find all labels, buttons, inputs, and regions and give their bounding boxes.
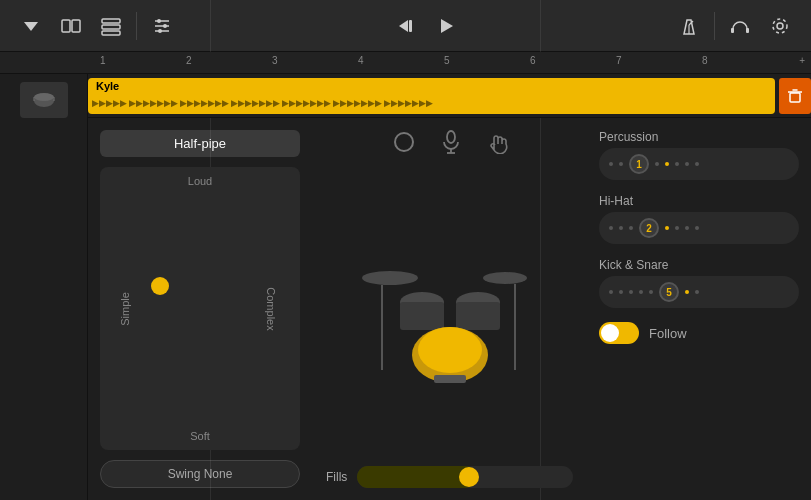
hihat-knob-row: 2 <box>599 212 799 244</box>
svg-rect-3 <box>102 19 120 23</box>
hihat-section: Hi-Hat 2 <box>599 194 799 244</box>
percussion-dot-4 <box>665 162 669 166</box>
right-controls: Percussion 1 Hi-Hat <box>599 130 799 488</box>
svg-rect-2 <box>72 20 80 32</box>
percussion-section: Percussion 1 <box>599 130 799 180</box>
follow-toggle[interactable] <box>599 322 639 344</box>
track-clip[interactable]: Kyle ▶▶▶▶▶ ▶▶▶▶▶▶▶ ▶▶▶▶▶▶▶ ▶▶▶▶▶▶▶ ▶▶▶▶▶… <box>88 78 775 114</box>
hihat-dot-3 <box>629 226 633 230</box>
svg-point-9 <box>157 19 161 23</box>
toggle-knob <box>601 324 619 342</box>
ruler-num-7: 7 <box>616 55 622 66</box>
svg-rect-4 <box>102 25 120 29</box>
hihat-dot-1 <box>609 226 613 230</box>
ruler-add[interactable]: + <box>799 55 805 66</box>
xy-complex-label: Complex <box>264 287 276 330</box>
toolbar-left-group <box>16 11 177 41</box>
headphones-button[interactable] <box>725 11 755 41</box>
svg-rect-38 <box>456 302 500 330</box>
svg-point-21 <box>773 19 787 33</box>
ks-dot-1 <box>609 290 613 294</box>
track-name: Kyle <box>96 80 119 92</box>
drum-icon-mic[interactable] <box>440 130 462 159</box>
svg-rect-37 <box>400 302 444 330</box>
hihat-dot-4 <box>665 226 669 230</box>
ruler-num-5: 5 <box>444 55 450 66</box>
timeline-ruler: 1 2 3 4 5 6 7 8 + <box>0 52 811 74</box>
toolbar <box>0 0 811 52</box>
left-controls: Half-pipe Loud Soft Simple Complex Swing… <box>100 130 300 488</box>
hihat-dot-7 <box>695 226 699 230</box>
percussion-dot-5 <box>675 162 679 166</box>
rewind-button[interactable] <box>391 11 421 41</box>
layout-list-button[interactable] <box>96 11 126 41</box>
layout-split-button[interactable] <box>56 11 86 41</box>
ks-dot-6 <box>685 290 689 294</box>
main-area: Kyle ▶▶▶▶▶ ▶▶▶▶▶▶▶ ▶▶▶▶▶▶▶ ▶▶▶▶▶▶▶ ▶▶▶▶▶… <box>0 74 811 500</box>
swing-button[interactable]: Swing None <box>100 460 300 488</box>
xy-soft-label: Soft <box>190 430 210 442</box>
fills-slider-fill <box>357 466 476 488</box>
percussion-dot-7 <box>695 162 699 166</box>
svg-point-30 <box>447 131 455 143</box>
percussion-dot-2 <box>619 162 623 166</box>
drum-area: Fills <box>316 130 583 488</box>
play-button[interactable] <box>431 11 461 41</box>
svg-rect-1 <box>62 20 70 32</box>
drum-icon-circle[interactable] <box>392 130 416 159</box>
ruler-num-1: 1 <box>100 55 106 66</box>
ks-dot-4 <box>639 290 643 294</box>
hihat-dot-6 <box>685 226 689 230</box>
svg-marker-0 <box>24 22 38 31</box>
percussion-knob-row: 1 <box>599 148 799 180</box>
xy-dot[interactable] <box>151 277 169 295</box>
ruler-num-8: 8 <box>702 55 708 66</box>
content-panel: Half-pipe Loud Soft Simple Complex Swing… <box>88 118 811 500</box>
percussion-knob[interactable]: 1 <box>629 154 649 174</box>
xy-pad[interactable]: Loud Soft Simple Complex <box>100 167 300 450</box>
drum-icon-hand[interactable] <box>486 130 508 159</box>
ks-dot-2 <box>619 290 623 294</box>
toolbar-center-group <box>391 11 461 41</box>
svg-rect-13 <box>409 20 412 32</box>
metronome-button[interactable] <box>674 11 704 41</box>
svg-rect-26 <box>790 93 800 102</box>
fills-slider[interactable] <box>357 466 573 488</box>
sep-1 <box>136 12 137 40</box>
svg-point-33 <box>362 271 418 285</box>
drum-kit <box>316 173 583 456</box>
follow-row: Follow <box>599 322 799 344</box>
settings-button[interactable] <box>765 11 795 41</box>
hihat-dot-5 <box>675 226 679 230</box>
ruler-num-2: 2 <box>186 55 192 66</box>
fills-row: Fills <box>316 466 583 488</box>
svg-point-10 <box>163 24 167 28</box>
kick-snare-knob[interactable]: 5 <box>659 282 679 302</box>
percussion-dot-6 <box>685 162 689 166</box>
track-icon <box>20 82 68 118</box>
mixer-button[interactable] <box>147 11 177 41</box>
xy-simple-label: Simple <box>119 292 131 326</box>
svg-marker-12 <box>399 20 408 32</box>
ruler-num-3: 3 <box>272 55 278 66</box>
preset-button[interactable]: Half-pipe <box>100 130 300 157</box>
xy-loud-label: Loud <box>188 175 212 187</box>
svg-rect-18 <box>731 28 734 33</box>
dropdown-button[interactable] <box>16 11 46 41</box>
percussion-dot-3 <box>655 162 659 166</box>
track-delete-button[interactable] <box>779 78 811 114</box>
ruler-num-4: 4 <box>358 55 364 66</box>
drum-icons-row <box>392 130 508 159</box>
svg-point-23 <box>34 93 54 101</box>
kick-snare-label: Kick & Snare <box>599 258 799 272</box>
hihat-knob[interactable]: 2 <box>639 218 659 238</box>
fills-slider-thumb[interactable] <box>459 467 479 487</box>
svg-point-11 <box>158 29 162 33</box>
kick-snare-knob-row: 5 <box>599 276 799 308</box>
left-sidebar <box>0 74 88 500</box>
follow-label: Follow <box>649 326 687 341</box>
svg-point-34 <box>483 272 527 284</box>
svg-point-40 <box>418 327 482 373</box>
svg-rect-19 <box>746 28 749 33</box>
svg-rect-41 <box>434 375 466 383</box>
